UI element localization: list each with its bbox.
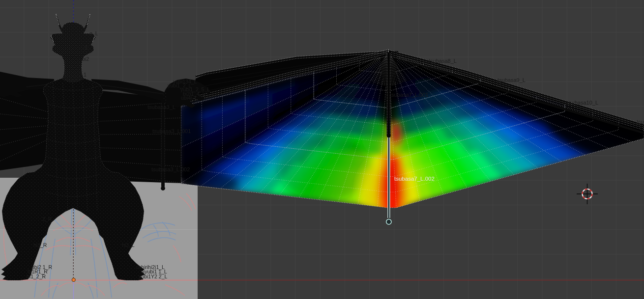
svg-text:tsubasa7_L.001: tsubasa7_L.001 xyxy=(390,92,428,98)
svg-text:tsubasa8_L: tsubasa8_L xyxy=(429,58,457,64)
svg-text:bi1_2_R: bi1_2_R xyxy=(27,273,46,279)
svg-text:hi3_L: hi3_L xyxy=(122,242,135,248)
svg-text:1: 1 xyxy=(84,72,87,78)
svg-text:tsubasa9_L: tsubasa9_L xyxy=(498,77,526,83)
svg-text:2_R: 2_R xyxy=(42,216,52,222)
svg-text:3: 3 xyxy=(85,45,88,51)
svg-text:yubi1Y2 2_L: yubi1Y2 2_L xyxy=(139,273,168,279)
svg-text:ubi4i_L: ubi4i_L xyxy=(181,95,198,101)
svg-text:tsubasa3_L: tsubasa3_L xyxy=(147,104,176,110)
svg-text:tsubasa3_L.001: tsubasa3_L.001 xyxy=(152,128,191,134)
svg-text:tsubasa10_L: tsubasa10_L xyxy=(567,100,598,106)
svg-text:g_L: g_L xyxy=(89,30,98,36)
svg-text:tsu: tsu xyxy=(637,119,644,125)
svg-text:tsubasa3_L.002: tsubasa3_L.002 xyxy=(151,166,190,172)
svg-text:bi2: bi2 xyxy=(82,56,89,62)
svg-text:tsubasa7_L.002: tsubasa7_L.002 xyxy=(394,176,435,182)
svg-text:hi3_R: hi3_R xyxy=(33,242,47,248)
